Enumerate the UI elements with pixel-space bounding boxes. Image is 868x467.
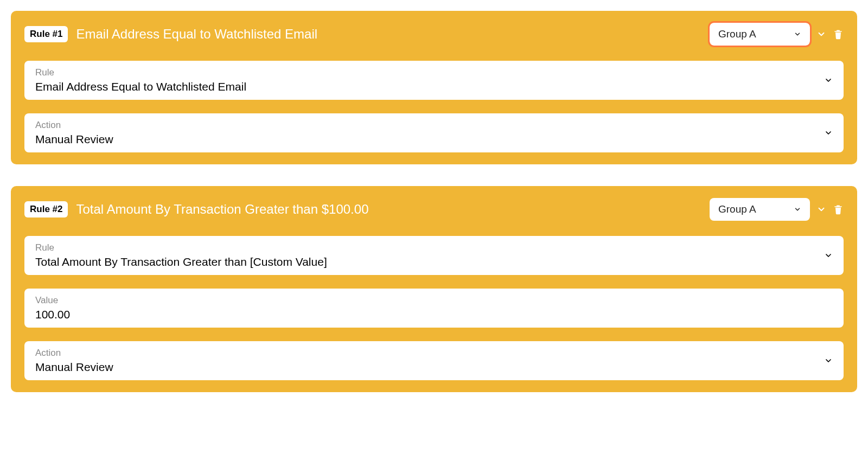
field-value: Manual Review [35,133,824,146]
value-input-field[interactable]: Value [24,289,844,328]
field-value: Manual Review [35,361,824,374]
chevron-down-icon [824,251,833,260]
field-label: Rule [35,67,824,78]
collapse-button[interactable] [816,29,826,39]
group-select[interactable]: Group A [710,198,810,221]
chevron-down-icon [816,29,826,39]
rule-header-controls: Group A [710,198,844,221]
chevron-down-icon [794,206,801,213]
field-label: Value [35,295,833,306]
field-content: Value [35,295,833,321]
field-label: Action [35,120,824,131]
rule-card: Rule #2 Total Amount By Transaction Grea… [11,186,857,392]
collapse-button[interactable] [816,204,826,214]
rule-header: Rule #1 Email Address Equal to Watchlist… [24,23,844,46]
field-content: Action Manual Review [35,120,824,146]
group-select-value: Group A [718,28,756,40]
chevron-down-icon [824,76,833,85]
field-label: Rule [35,242,824,253]
rule-card: Rule #1 Email Address Equal to Watchlist… [11,11,857,164]
field-content: Action Manual Review [35,348,824,374]
rule-title: Total Amount By Transaction Greater than… [76,202,710,217]
group-select[interactable]: Group A [710,23,810,46]
chevron-down-icon [794,30,801,38]
trash-icon [833,28,844,40]
field-value: Email Address Equal to Watchlisted Email [35,80,824,93]
trash-icon [833,203,844,215]
chevron-down-icon [816,204,826,214]
rule-header: Rule #2 Total Amount By Transaction Grea… [24,198,844,221]
chevron-down-icon [824,356,833,365]
rule-header-controls: Group A [710,23,844,46]
chevron-down-icon [824,129,833,137]
action-select-field[interactable]: Action Manual Review [24,341,844,380]
rule-select-field[interactable]: Rule Total Amount By Transaction Greater… [24,236,844,275]
delete-button[interactable] [833,28,844,40]
field-value: Total Amount By Transaction Greater than… [35,255,824,268]
action-select-field[interactable]: Action Manual Review [24,113,844,152]
rule-badge: Rule #2 [24,201,68,217]
group-select-value: Group A [718,203,756,215]
rule-title: Email Address Equal to Watchlisted Email [76,27,710,42]
value-input[interactable] [35,308,833,321]
rule-badge: Rule #1 [24,26,68,42]
field-label: Action [35,348,824,359]
field-content: Rule Email Address Equal to Watchlisted … [35,67,824,93]
rule-select-field[interactable]: Rule Email Address Equal to Watchlisted … [24,61,844,100]
field-content: Rule Total Amount By Transaction Greater… [35,242,824,268]
delete-button[interactable] [833,203,844,215]
